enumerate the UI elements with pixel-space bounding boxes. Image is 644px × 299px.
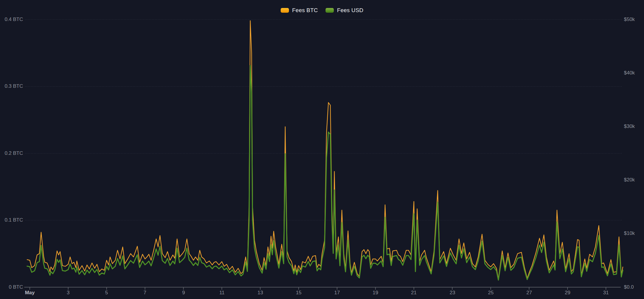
x-axis-label-29: 29 xyxy=(559,290,576,296)
right-axis-label-0: $0.0 xyxy=(624,284,643,291)
x-axis-label-25: 25 xyxy=(482,290,500,296)
left-axis-label-04btc: 0.4 BTC xyxy=(1,16,23,23)
x-axis-label-23: 23 xyxy=(444,290,461,296)
x-axis-label-21: 21 xyxy=(405,290,423,296)
chart-plot-area[interactable] xyxy=(0,0,644,299)
x-axis-label-3: 3 xyxy=(59,290,77,296)
x-axis-label-15: 15 xyxy=(290,290,308,296)
x-axis-label-17: 17 xyxy=(328,290,346,296)
x-axis-label-5: 5 xyxy=(98,290,115,296)
x-axis-label-9: 9 xyxy=(175,290,192,296)
x-axis-label-27: 27 xyxy=(520,290,538,296)
fees-usd-line xyxy=(27,65,623,280)
x-axis-label-11: 11 xyxy=(213,290,231,296)
right-axis-label-10k: $10k xyxy=(624,230,643,237)
right-axis-label-40k: $40k xyxy=(624,69,643,77)
x-axis-label-13: 13 xyxy=(251,290,269,296)
x-axis-label-19: 19 xyxy=(367,290,384,296)
left-axis-label-0btc: 0 BTC xyxy=(1,284,23,291)
left-axis-label-02btc: 0.2 BTC xyxy=(1,150,23,157)
left-axis-label-01btc: 0.1 BTC xyxy=(1,217,23,224)
right-axis-label-30k: $30k xyxy=(624,123,643,130)
right-axis-label-50k: $50k xyxy=(624,16,643,23)
x-axis-label-7: 7 xyxy=(136,290,154,296)
fees-chart-page: { "page": { "background": "#141724", "gr… xyxy=(0,0,644,299)
right-axis-label-20k: $20k xyxy=(624,176,643,183)
left-axis-label-03btc: 0.3 BTC xyxy=(1,83,23,90)
x-axis-label-may: May xyxy=(21,290,39,296)
x-axis-label-31: 31 xyxy=(597,290,615,296)
